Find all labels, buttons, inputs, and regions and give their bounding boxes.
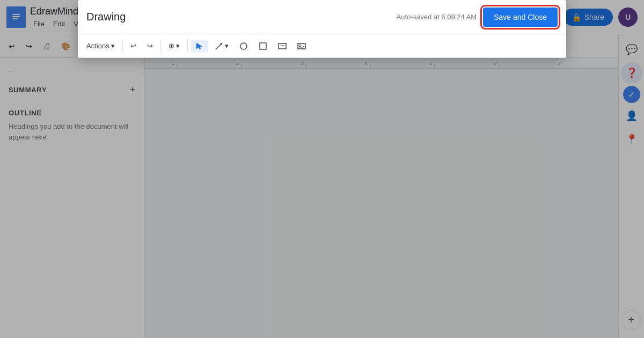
line-tool[interactable]: ▾	[210, 40, 233, 53]
select-tool[interactable]	[191, 40, 208, 53]
dt-divider-3	[187, 40, 188, 53]
drawing-modal: Drawing Auto-saved at 6:09:24 AM Save an…	[78, 0, 566, 58]
drawing-redo-button[interactable]: ↪	[143, 40, 157, 52]
image-tool[interactable]	[293, 40, 310, 53]
modal-overlay: Drawing Auto-saved at 6:09:24 AM Save an…	[0, 0, 644, 338]
drawing-undo-button[interactable]: ↩	[126, 40, 141, 52]
svg-rect-22	[279, 43, 286, 49]
svg-point-20	[240, 43, 247, 49]
modal-header: Drawing Auto-saved at 6:09:24 AM Save an…	[78, 0, 566, 34]
actions-menu[interactable]: Actions ▾	[82, 40, 119, 52]
modal-title: Drawing	[86, 11, 126, 23]
actions-label: Actions	[86, 42, 109, 50]
line-dropdown-icon: ▾	[225, 42, 229, 50]
shape-tool[interactable]	[235, 40, 252, 53]
zoom-button[interactable]: ⊕ ▾	[164, 40, 184, 52]
actions-dropdown-icon: ▾	[111, 42, 115, 50]
zoom-icon: ⊕	[169, 42, 174, 50]
svg-rect-21	[260, 43, 266, 49]
dt-divider-2	[160, 40, 161, 53]
zoom-dropdown-icon: ▾	[176, 42, 180, 50]
save-and-close-button[interactable]: Save and Close	[483, 8, 558, 27]
textbox-tool[interactable]	[274, 40, 291, 53]
drawing-toolbar: Actions ▾ ↩ ↪ ⊕ ▾ ▾	[78, 34, 566, 58]
shape-tool-2[interactable]	[254, 40, 272, 53]
dt-divider-1	[122, 40, 123, 53]
autosave-text: Auto-saved at 6:09:24 AM	[397, 13, 477, 21]
